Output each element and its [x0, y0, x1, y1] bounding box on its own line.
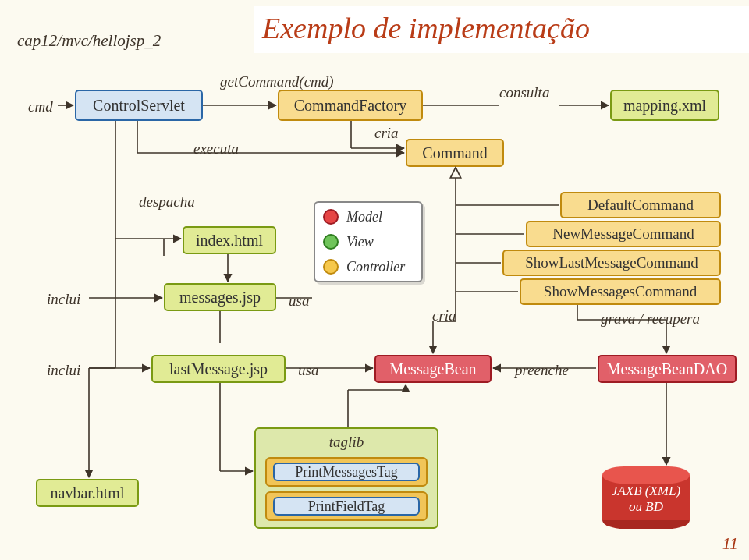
- navbar-html-box: navbar.html: [36, 479, 139, 507]
- label-despacha: despacha: [139, 193, 195, 211]
- taglib-label: taglib: [256, 434, 437, 451]
- subtitle: cap12/mvc/hellojsp_2: [17, 31, 161, 51]
- label-cmd: cmd: [28, 98, 53, 115]
- index-html-box: index.html: [183, 226, 276, 254]
- mvc-controller-label: Controller: [346, 259, 405, 275]
- label-inclui-1: inclui: [47, 291, 80, 308]
- mapping-xml-box: mapping.xml: [610, 90, 719, 121]
- new-message-command-box: NewMessageCommand: [526, 221, 721, 247]
- print-field-tag-box: PrintFieldTag: [273, 497, 420, 516]
- label-executa: executa: [193, 140, 239, 158]
- page-number: 11: [722, 533, 738, 554]
- label-grava: grava / recupera: [601, 310, 700, 328]
- label-usa-1: usa: [289, 292, 309, 310]
- show-last-message-command-box: ShowLastMessageCommand: [502, 250, 721, 276]
- page-title: Exemplo de implementação: [262, 11, 590, 45]
- message-bean-box: MessageBean: [374, 355, 492, 383]
- show-messages-command-box: ShowMessagesCommand: [520, 278, 721, 305]
- mvc-legend: Model View Controller: [314, 201, 423, 282]
- label-preenche: preenche: [515, 362, 569, 379]
- label-cria-2: cria: [432, 307, 456, 324]
- message-bean-dao-box: MessageBeanDAO: [598, 355, 737, 383]
- last-message-jsp-box: lastMessage.jsp: [151, 355, 286, 383]
- controller-dot-icon: [323, 259, 339, 275]
- label-consulta: consulta: [499, 84, 549, 101]
- default-command-box: DefaultCommand: [560, 192, 721, 218]
- label-getcommand: getCommand(cmd): [220, 73, 334, 90]
- label-cria-1: cria: [374, 125, 399, 142]
- control-servlet-box: ControlServlet: [75, 90, 203, 121]
- mvc-model-label: Model: [346, 209, 382, 225]
- label-usa-2: usa: [298, 362, 318, 379]
- mvc-view-label: View: [346, 234, 374, 250]
- db-line1: JAXB (XML): [612, 484, 680, 498]
- taglib-group: taglib PrintMessagesTag PrintFieldTag: [254, 427, 438, 529]
- view-dot-icon: [323, 234, 339, 250]
- model-dot-icon: [323, 209, 339, 225]
- command-factory-box: CommandFactory: [278, 90, 423, 121]
- print-messages-tag-box: PrintMessagesTag: [273, 463, 420, 481]
- label-inclui-2: inclui: [47, 362, 80, 379]
- command-box: Command: [406, 139, 504, 167]
- db-line2: ou BD: [629, 499, 663, 514]
- messages-jsp-box: messages.jsp: [164, 283, 276, 311]
- database-icon: JAXB (XML)ou BD: [602, 466, 690, 529]
